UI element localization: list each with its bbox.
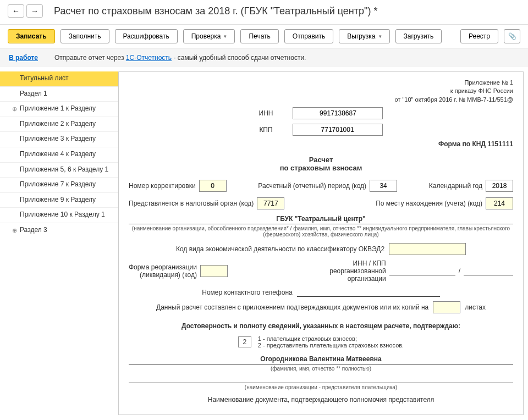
sidebar-item-label: Раздел 3: [20, 226, 47, 234]
sidebar-item-1[interactable]: Раздел 1: [0, 86, 118, 102]
corr-input[interactable]: [199, 180, 227, 192]
sidebar-item-10[interactable]: ⊕Раздел 3: [0, 223, 118, 238]
docs-label-pre: Данный расчет составлен с приложением по…: [156, 303, 428, 311]
send-button[interactable]: Отправить: [284, 29, 334, 43]
tax-auth-label: Представляется в налоговый орган (код): [129, 200, 254, 207]
org-name: ГБУК "Театральный центр": [129, 215, 513, 224]
fill-button[interactable]: Заполнить: [61, 29, 109, 43]
sidebar-item-label: Приложение 2 к Разделу: [20, 120, 96, 128]
sidebar-item-label: Приложение 4 к Разделу: [20, 150, 96, 158]
expand-icon[interactable]: ⊕: [12, 226, 17, 234]
reporting-link[interactable]: 1С-Отчетность: [126, 54, 172, 62]
inn-label: ИНН: [259, 109, 273, 117]
sidebar: Титульный листРаздел 1⊕Приложение 1 к Ра…: [0, 67, 118, 419]
print-button[interactable]: Печать: [240, 29, 278, 43]
load-button[interactable]: Загрузить: [395, 29, 442, 43]
sidebar-item-4[interactable]: Приложение 3 к Разделу: [0, 131, 118, 147]
reorg-kpp-input[interactable]: [464, 267, 513, 275]
year-label: Календарный год: [429, 182, 482, 190]
sidebar-item-label: Приложение 7 к Разделу: [20, 180, 96, 188]
info-hint: Отправьте отчет через 1С-Отчетность - са…: [54, 54, 306, 62]
sidebar-item-label: Приложение 9 к Разделу: [20, 196, 96, 203]
reorg-inn-input[interactable]: [389, 267, 455, 275]
loc-input[interactable]: [486, 197, 513, 209]
phone-input[interactable]: [297, 288, 440, 297]
doc-label: Наименование документа, подтверждающего …: [208, 396, 434, 404]
fio-hint: (фамилия, имя, отчество ** полностью): [129, 366, 513, 372]
registry-button[interactable]: Реестр: [460, 29, 498, 43]
back-button[interactable]: ←: [8, 4, 24, 18]
sidebar-item-8[interactable]: Приложение 9 к Разделу: [0, 192, 118, 208]
period-label: Расчетный (отчетный) период (код): [258, 182, 366, 190]
attach-button[interactable]: 📎: [504, 29, 520, 43]
docs-label-post: листах: [465, 303, 486, 311]
sidebar-item-label: Приложение 3 к Разделу: [20, 135, 96, 142]
sidebar-item-3[interactable]: Приложение 2 к Разделу: [0, 117, 118, 132]
sidebar-item-label: Раздел 1: [20, 90, 47, 97]
form-content: Приложение № 1 к приказу ФНС России от "…: [118, 71, 524, 415]
loc-label: По месту нахождения (учета) (код): [376, 200, 482, 207]
period-input[interactable]: [370, 180, 397, 192]
sidebar-item-label: Приложения 5, 6 к Разделу 1: [20, 165, 108, 173]
kpp-input[interactable]: [293, 124, 383, 136]
sidebar-item-2[interactable]: ⊕Приложение 1 к Разделу: [0, 101, 118, 117]
sidebar-item-label: Приложение 10 к Разделу 1: [20, 211, 105, 218]
page-title: Расчет по страховым взносам за 2018 г. (…: [54, 5, 377, 17]
kpp-label: КПП: [259, 126, 272, 134]
okved-input[interactable]: [389, 243, 466, 255]
docs-count-input[interactable]: [433, 301, 460, 313]
paperclip-icon: 📎: [508, 32, 516, 40]
phone-label: Номер контактного телефона: [202, 289, 292, 296]
annex-info: Приложение № 1 к приказу ФНС России от "…: [129, 79, 513, 104]
sidebar-item-label: Приложение 1 к Разделу: [20, 104, 96, 112]
decrypt-button[interactable]: Расшифровать: [115, 29, 178, 43]
reorg-label: Форма реорганизации (ликвидация) (код): [129, 263, 197, 279]
reorg-input[interactable]: [200, 265, 228, 277]
inn-input[interactable]: [293, 107, 383, 119]
fio: Огородникова Валентина Матвеевна: [129, 355, 513, 364]
rep-org-line[interactable]: [129, 383, 513, 383]
form-title: Расчет по страховым взносам: [129, 156, 513, 172]
sidebar-item-label: Титульный лист: [20, 74, 69, 82]
check-button[interactable]: Проверка: [183, 29, 235, 43]
okved-label: Код вида экономической деятельности по к…: [176, 245, 384, 253]
save-button[interactable]: Записать: [8, 29, 55, 43]
sidebar-item-6[interactable]: Приложения 5, 6 к Разделу 1: [0, 162, 118, 178]
rep-hint: (наименование организации - представител…: [129, 384, 513, 390]
org-hint: (наименование организации, обособленного…: [129, 225, 513, 237]
forward-button[interactable]: →: [26, 4, 43, 18]
reorg-inn-label: ИНН / КПП реорганизованной организации: [304, 259, 386, 283]
sidebar-item-0[interactable]: Титульный лист: [0, 71, 118, 86]
confirm-code[interactable]: 2: [238, 336, 251, 347]
year-input[interactable]: [486, 180, 513, 192]
expand-icon[interactable]: ⊕: [12, 105, 17, 113]
sidebar-item-9[interactable]: Приложение 10 к Разделу 1: [0, 207, 118, 223]
status-link[interactable]: В работе: [9, 54, 38, 62]
corr-label: Номер корректировки: [129, 182, 196, 190]
knd-label: Форма по КНД 1151111: [438, 140, 513, 148]
confirm-title: Достоверность и полноту сведений, указан…: [129, 322, 513, 330]
sidebar-item-5[interactable]: Приложение 4 к Разделу: [0, 147, 118, 162]
tax-auth-input[interactable]: [257, 197, 284, 209]
sidebar-item-7[interactable]: Приложение 7 к Разделу: [0, 177, 118, 192]
export-button[interactable]: Выгрузка: [339, 29, 389, 43]
